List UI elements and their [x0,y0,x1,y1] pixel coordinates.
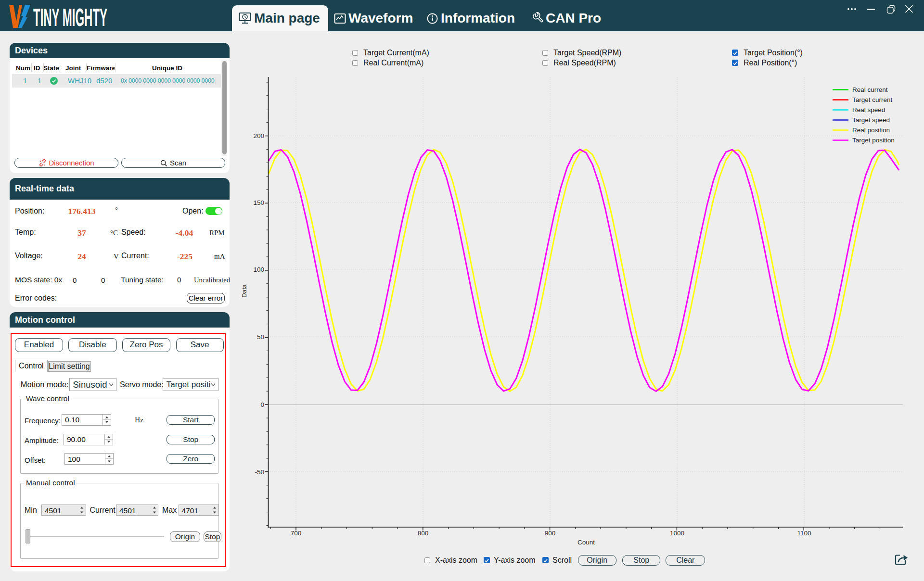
svg-text:Target speed: Target speed [852,116,890,124]
svg-text:Target current: Target current [852,96,893,103]
svg-text:-50: -50 [255,468,264,476]
svg-text:200: 200 [253,132,264,139]
svg-text:700: 700 [291,530,302,537]
svg-text:Data: Data [241,284,248,298]
svg-text:Target position: Target position [852,137,895,144]
svg-text:Real position: Real position [852,126,890,134]
svg-text:1100: 1100 [797,530,811,537]
svg-text:900: 900 [545,530,556,537]
svg-text:150: 150 [253,199,264,206]
svg-text:800: 800 [418,530,429,537]
svg-text:1000: 1000 [670,530,684,537]
svg-text:50: 50 [257,333,264,341]
svg-text:0: 0 [260,401,264,408]
svg-text:100: 100 [253,266,264,273]
svg-text:Count: Count [578,539,595,546]
svg-text:Real speed: Real speed [852,106,885,114]
svg-text:Real current: Real current [852,86,888,93]
